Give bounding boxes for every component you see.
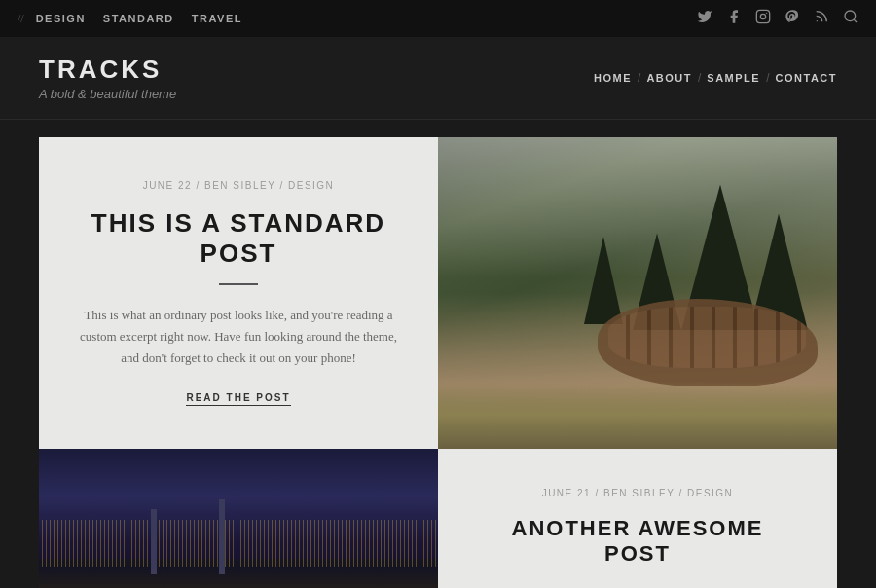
featured-post-title: THIS IS A STANDARD POST [74,208,403,269]
top-bar: // DESIGN STANDARD TRAVEL [0,0,876,37]
second-post-row: JUNE 21 / BEN SIBLEY / DESIGN ANOTHER AW… [39,449,837,588]
forest-image-bg [438,137,837,449]
slash-decoration: // [18,12,24,26]
nav-contact[interactable]: CONTACT [776,72,837,84]
second-post-text-area: JUNE 21 / BEN SIBLEY / DESIGN ANOTHER AW… [438,449,837,588]
bridge-tower-1 [151,509,157,575]
instagram-icon[interactable] [755,9,771,28]
bridge-structure [39,480,438,574]
svg-point-4 [845,11,856,21]
svg-point-1 [760,14,765,18]
site-tagline: A bold & beautiful theme [39,87,176,101]
svg-rect-0 [756,10,769,22]
main-nav: HOME / ABOUT / SAMPLE / CONTACT [594,71,837,85]
svg-point-2 [766,13,767,14]
top-bar-left: // DESIGN STANDARD TRAVEL [18,12,242,26]
nav-about[interactable]: ABOUT [646,72,692,84]
featured-post-text-area: JUNE 22 / BEN SIBLEY / DESIGN THIS IS A … [39,137,438,449]
main-content: JUNE 22 / BEN SIBLEY / DESIGN THIS IS A … [0,120,876,588]
rss-icon[interactable] [814,9,829,28]
ground-cover [438,381,837,449]
featured-post-excerpt: This is what an ordinary post looks like… [74,305,403,369]
nav-standard[interactable]: STANDARD [103,13,174,24]
second-post-title: ANOTHER AWESOMEPOST [512,516,764,568]
site-branding: TRACKS A bold & beautiful theme [39,55,176,101]
svg-point-3 [817,20,818,21]
first-post-row: JUNE 22 / BEN SIBLEY / DESIGN THIS IS A … [39,137,837,449]
social-icons-bar [697,9,858,28]
post-title-divider [219,283,258,285]
second-post-image [39,449,438,588]
featured-post-meta: JUNE 22 / BEN SIBLEY / DESIGN [143,180,335,191]
bridge-image-bg [39,449,438,588]
featured-post-image [438,137,837,449]
read-more-link[interactable]: READ THE POST [186,392,290,406]
nav-sep-3: / [766,71,769,85]
facebook-icon[interactable] [726,9,742,28]
svg-line-5 [854,19,857,22]
nav-travel[interactable]: TRAVEL [192,13,242,24]
nav-sample[interactable]: SAMPLE [707,72,760,84]
top-category-nav: DESIGN STANDARD TRAVEL [36,13,242,24]
nav-home[interactable]: HOME [594,72,632,84]
nav-design[interactable]: DESIGN [36,13,86,24]
second-post-card: JUNE 21 / BEN SIBLEY / DESIGN ANOTHER AW… [438,449,837,588]
second-post-meta: JUNE 21 / BEN SIBLEY / DESIGN [542,488,734,498]
site-title: TRACKS [39,55,176,85]
water-reflection [39,567,438,588]
nav-sep-2: / [698,71,701,85]
bridge-tower-2 [219,499,225,575]
site-header: TRACKS A bold & beautiful theme HOME / A… [0,37,876,120]
pinterest-icon[interactable] [785,9,800,28]
search-icon[interactable] [843,9,858,28]
nav-sep-1: / [638,71,640,85]
twitter-icon[interactable] [697,9,712,28]
featured-post-card: JUNE 22 / BEN SIBLEY / DESIGN THIS IS A … [39,137,438,449]
